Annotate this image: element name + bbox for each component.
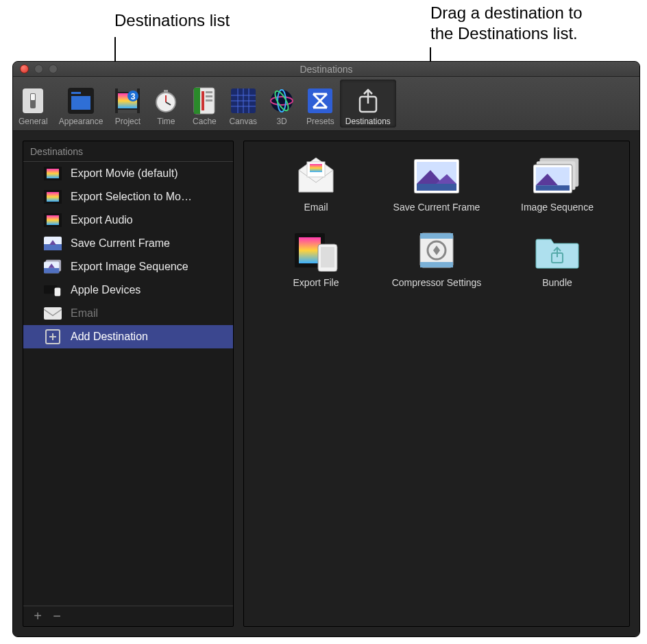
svg-rect-51 <box>310 164 322 172</box>
preferences-toolbar: General Appearance 3 Project Time <box>13 77 639 131</box>
compressor-icon <box>413 232 461 272</box>
tab-appearance[interactable]: Appearance <box>53 80 109 128</box>
tab-label: 3D <box>276 117 286 126</box>
time-icon <box>152 87 180 115</box>
tab-label: General <box>19 117 48 126</box>
svg-rect-65 <box>420 233 453 239</box>
tab-label: Time <box>157 117 175 126</box>
grid-item-label: Bundle <box>542 277 572 288</box>
destinations-sidebar: Destinations Export Movie (default) Expo… <box>23 141 234 627</box>
svg-rect-19 <box>206 91 212 93</box>
sidebar-item-save-current-frame[interactable]: Save Current Frame <box>23 232 233 255</box>
preferences-body: Destinations Export Movie (default) Expo… <box>13 131 639 636</box>
general-icon <box>19 87 47 115</box>
sidebar-item-export-audio[interactable]: Export Audio <box>23 208 233 232</box>
film-strip-icon <box>44 190 62 204</box>
grid-item-bundle[interactable]: Bundle <box>500 232 614 288</box>
project-icon: 3 <box>114 87 141 115</box>
window-controls <box>20 64 58 73</box>
svg-rect-13 <box>164 90 168 93</box>
photo-stack-icon <box>533 156 581 196</box>
callout-left: Destinations list <box>114 10 230 31</box>
tab-canvas[interactable]: Canvas <box>223 80 263 128</box>
grid-item-email[interactable]: Email <box>259 156 373 213</box>
sidebar-item-add-destination[interactable]: Add Destination <box>23 325 233 348</box>
sidebar-item-label: Export Audio <box>71 214 133 226</box>
svg-rect-38 <box>47 192 59 202</box>
grid-item-label: Email <box>304 202 328 213</box>
svg-rect-17 <box>194 88 200 114</box>
remove-button[interactable]: − <box>48 609 66 624</box>
window-title: Destinations <box>300 64 352 75</box>
minimize-icon[interactable] <box>34 64 43 73</box>
sidebar-item-export-movie[interactable]: Export Movie (default) <box>23 162 233 185</box>
tab-label: Destinations <box>345 117 391 126</box>
tab-time[interactable]: Time <box>147 80 185 128</box>
maximize-icon[interactable] <box>49 64 58 73</box>
svg-rect-40 <box>47 215 59 225</box>
tab-general[interactable]: General <box>13 80 53 128</box>
svg-rect-18 <box>202 91 204 110</box>
sidebar-item-export-selection[interactable]: Export Selection to Mo… <box>23 185 233 208</box>
svg-rect-36 <box>47 169 59 178</box>
window-titlebar: Destinations <box>13 62 639 77</box>
sidebar-item-export-image-sequence[interactable]: Export Image Sequence <box>23 255 233 278</box>
tab-presets[interactable]: Presets <box>301 80 340 128</box>
add-button[interactable]: + <box>29 609 47 624</box>
sidebar-item-apple-devices[interactable]: Apple Devices <box>23 278 233 302</box>
appearance-icon <box>67 87 95 115</box>
tab-3d[interactable]: 3D <box>263 80 301 128</box>
grid-item-export-file[interactable]: Export File <box>259 232 373 288</box>
svg-rect-45 <box>44 268 59 273</box>
callout-right-line2: the Destinations list. <box>430 24 578 43</box>
film-strip-icon <box>44 213 62 227</box>
callout-right-line1: Drag a destination to <box>430 3 582 22</box>
svg-rect-8 <box>118 110 137 113</box>
tab-label: Project <box>115 117 141 126</box>
tab-destinations[interactable]: Destinations <box>340 80 396 128</box>
grid-item-label: Save Current Frame <box>393 202 480 213</box>
destinations-grid: Email Save Current Frame Image Sequence <box>259 156 614 288</box>
sidebar-item-label: Save Current Frame <box>71 237 170 250</box>
presets-icon <box>306 87 334 115</box>
share-icon <box>354 87 382 115</box>
grid-item-save-current-frame[interactable]: Save Current Frame <box>380 156 493 213</box>
svg-rect-21 <box>206 99 212 102</box>
photo-icon <box>413 156 461 196</box>
svg-rect-54 <box>417 184 456 191</box>
svg-rect-47 <box>55 288 61 296</box>
photo-stack-icon <box>44 260 62 274</box>
svg-rect-61 <box>299 237 321 263</box>
film-strip-icon <box>44 167 62 180</box>
close-icon[interactable] <box>20 64 29 73</box>
grid-item-label: Image Sequence <box>521 202 594 213</box>
grid-item-label: Export File <box>293 277 339 288</box>
svg-rect-2 <box>31 94 35 100</box>
callout-right: Drag a destination to the Destinations l… <box>430 3 582 44</box>
tab-label: Cache <box>193 117 217 126</box>
devices-icon <box>44 283 62 297</box>
svg-text:3: 3 <box>131 92 136 102</box>
file-device-icon <box>292 232 340 272</box>
svg-rect-59 <box>536 185 570 191</box>
sidebar-header: Destinations <box>23 141 233 162</box>
destinations-panel: Email Save Current Frame Image Sequence <box>243 141 630 627</box>
globe-icon <box>268 87 295 115</box>
svg-rect-4 <box>71 92 81 94</box>
sidebar-item-label: Add Destination <box>71 331 148 343</box>
grid-item-compressor-settings[interactable]: Compressor Settings <box>380 232 493 288</box>
svg-rect-42 <box>44 244 62 250</box>
tab-cache[interactable]: Cache <box>185 80 223 128</box>
sidebar-item-label: Export Movie (default) <box>71 167 178 180</box>
tab-project[interactable]: 3 Project <box>108 80 147 128</box>
svg-rect-48 <box>44 307 62 320</box>
envelope-icon <box>44 307 62 320</box>
sidebar-item-label: Email <box>71 307 98 320</box>
svg-rect-66 <box>420 262 453 267</box>
tab-label: Appearance <box>59 117 103 126</box>
grid-item-image-sequence[interactable]: Image Sequence <box>500 156 614 213</box>
tab-label: Presets <box>306 117 334 126</box>
sidebar-item-email[interactable]: Email <box>23 302 233 325</box>
sidebar-item-label: Apple Devices <box>71 284 141 296</box>
destinations-list: Export Movie (default) Export Selection … <box>23 162 233 606</box>
